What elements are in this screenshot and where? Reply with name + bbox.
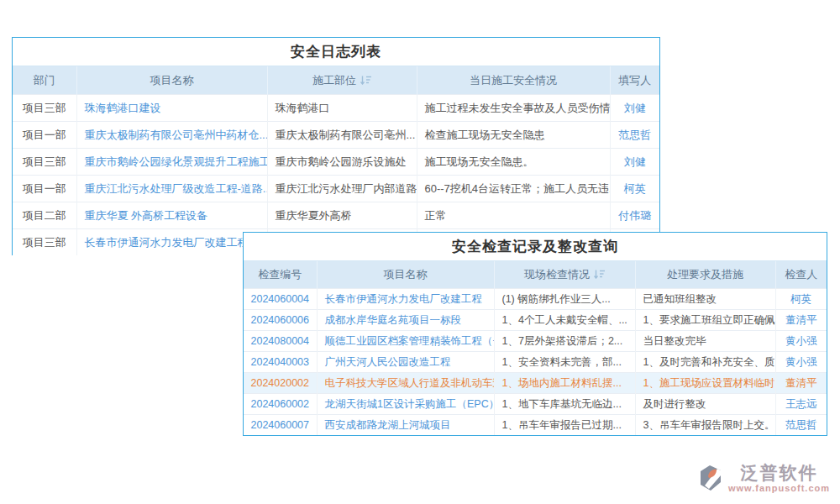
project-link: 成都水岸华庭名苑项目一标段 (317, 310, 494, 331)
project-link: 广州天河人民公园改造工程 (317, 352, 494, 373)
measures-cell: 及时进行整改 (635, 394, 775, 415)
check-no-link: 2024060007 (244, 415, 317, 436)
status-cell: 施工现场无安全隐患。 (417, 149, 610, 176)
sort-icon[interactable] (594, 269, 605, 281)
col-header-measures: 处理要求及措施 (635, 261, 775, 289)
project-link: 重庆华夏 外高桥工程设备 (76, 202, 267, 229)
check-no-link: 2024060002 (244, 394, 317, 415)
fanpu-logo-icon (697, 464, 724, 496)
project-link: 龙湖天街城1区设计采购施工（EPC）总承 (317, 394, 494, 415)
writer-link: 刘健 (610, 95, 659, 122)
table-row[interactable]: 项目三部 珠海鹤港口建设 珠海鹤港口 施工过程未发生安全事故及人员受伤情况 刘健 (13, 95, 659, 122)
table-row[interactable]: 2024060006 成都水岸华庭名苑项目一标段 1、4个工人未戴安全帽、...… (244, 310, 827, 331)
brand-name: 泛普软件 (740, 464, 817, 481)
col-header-dept: 部门 (13, 66, 76, 95)
col-header-location[interactable]: 施工部位 (267, 66, 417, 95)
safety-log-panel: 安全日志列表 部门 项目名称 施工部位 当日施工安全情况 填写人 项目三部 珠海… (12, 37, 660, 255)
inspector-link: 王志远 (775, 394, 827, 415)
inspector-link: 范思哲 (775, 415, 827, 436)
dept-cell: 项目一部 (13, 122, 76, 149)
sort-icon[interactable] (360, 75, 371, 87)
project-link: 重庆太极制药有限公司亳州中药材仓... (76, 122, 267, 149)
brand-footer: 泛普软件 www.fanpusoft.com (697, 464, 830, 496)
col-header-project: 项目名称 (317, 261, 494, 289)
inspector-link: 黄小强 (775, 331, 827, 352)
dept-cell: 项目三部 (13, 95, 76, 122)
table-row[interactable]: 项目三部 重庆市鹅岭公园绿化景观提升工程施工 重庆市鹅岭公园游乐设施处 施工现场… (13, 149, 659, 176)
table-row[interactable]: 2024040003 广州天河人民公园改造工程 1、安全资料未完善，部... 1… (244, 352, 827, 373)
brand-website: www.fanpusoft.com (728, 484, 830, 493)
col-header-check-no: 检查编号 (244, 261, 317, 289)
location-cell: 珠海鹤港口 (267, 95, 417, 122)
location-cell: 重庆市鹅岭公园游乐设施处 (267, 149, 417, 176)
writer-link: 柯英 (610, 176, 659, 202)
inspection-header-row: 检查编号 项目名称 现场检查情况 处理要求及措施 检查人 (244, 261, 827, 289)
table-row[interactable]: 2024080004 顺德工业园区档案管理精装饰工程（一标段 1、7层外架搭设滞… (244, 331, 827, 352)
writer-link: 刘健 (610, 149, 659, 176)
status-cell: 60--7挖机4台运转正常；施工人员无违... (417, 176, 610, 202)
table-row[interactable]: 项目一部 重庆江北污水处理厂级改造工程-道路... 重庆江北污水处理厂内部道路 … (13, 176, 659, 202)
writer-link: 范思哲 (610, 122, 659, 149)
project-link: 长春市伊通河水力发电厂改建工程 (317, 289, 494, 310)
inspector-link: 黄小强 (775, 352, 827, 373)
project-link: 电子科技大学区域人行道及非机动车道工程 (317, 373, 494, 394)
safety-log-title: 安全日志列表 (13, 38, 659, 66)
safety-log-header-row: 部门 项目名称 施工部位 当日施工安全情况 填写人 (13, 66, 659, 95)
check-no-link: 2024020002 (244, 373, 317, 394)
check-no-link: 2024040003 (244, 352, 317, 373)
measures-cell: 1、施工现场应设置材料临时... (635, 373, 775, 394)
situation-cell: 1、4个工人未戴安全帽、... (494, 310, 635, 331)
check-no-link: 2024060004 (244, 289, 317, 310)
project-link: 长春市伊通河水力发电厂改建工程 (76, 229, 267, 256)
situation-cell: 1、安全资料未完善，部... (494, 352, 635, 373)
writer-link: 付伟璐 (610, 202, 659, 229)
project-link: 重庆江北污水处理厂级改造工程-道路... (76, 176, 267, 202)
safety-log-table: 部门 项目名称 施工部位 当日施工安全情况 填写人 项目三部 珠海鹤港口建设 珠… (13, 66, 659, 255)
table-row[interactable]: 项目一部 重庆太极制药有限公司亳州中药材仓... 重庆太极制药有限公司亳州...… (13, 122, 659, 149)
table-row[interactable]: 2024060002 龙湖天街城1区设计采购施工（EPC）总承 1、地下车库基坑… (244, 394, 827, 415)
measures-cell: 1、要求施工班组立即正确佩... (635, 310, 775, 331)
situation-cell: 1、场地内施工材料乱摆... (494, 373, 635, 394)
project-link: 顺德工业园区档案管理精装饰工程（一标段 (317, 331, 494, 352)
project-link: 珠海鹤港口建设 (76, 95, 267, 122)
measures-cell: 1、及时完善和补充安全、质... (635, 352, 775, 373)
project-link: 西安成都路龙湖上河城项目 (317, 415, 494, 436)
situation-cell: 1、7层外架搭设滞后；2... (494, 331, 635, 352)
col-header-status: 当日施工安全情况 (417, 66, 610, 95)
measures-cell: 当日整改完毕 (635, 331, 775, 352)
measures-cell: 3、吊车年审报告限时上交。 (635, 415, 775, 436)
inspector-link: 柯英 (775, 289, 827, 310)
check-no-link: 2024080004 (244, 331, 317, 352)
dept-cell: 项目三部 (13, 149, 76, 176)
inspection-table: 检查编号 项目名称 现场检查情况 处理要求及措施 检查人 2024060004 … (244, 261, 827, 435)
location-cell: 重庆华夏外高桥 (267, 202, 417, 229)
dept-cell: 项目一部 (13, 176, 76, 202)
col-header-writer: 填写人 (610, 66, 659, 95)
measures-cell: 已通知班组整改 (635, 289, 775, 310)
inspection-title: 安全检查记录及整改查询 (244, 233, 827, 261)
table-row[interactable]: 2024060007 西安成都路龙湖上河城项目 1、吊车年审报告已过期... 3… (244, 415, 827, 436)
status-cell: 检查施工现场无安全隐患 (417, 122, 610, 149)
situation-cell: (1) 钢筋绑扎作业三人... (494, 289, 635, 310)
table-row[interactable]: 项目二部 重庆华夏 外高桥工程设备 重庆华夏外高桥 正常 付伟璐 (13, 202, 659, 229)
location-cell: 重庆江北污水处理厂内部道路 (267, 176, 417, 202)
status-cell: 正常 (417, 202, 610, 229)
dept-cell: 项目三部 (13, 229, 76, 256)
col-header-situation[interactable]: 现场检查情况 (494, 261, 635, 289)
dept-cell: 项目二部 (13, 202, 76, 229)
check-no-link: 2024060006 (244, 310, 317, 331)
project-link: 重庆市鹅岭公园绿化景观提升工程施工 (76, 149, 267, 176)
inspection-panel: 安全检查记录及整改查询 检查编号 项目名称 现场检查情况 处理要求及措施 检查人… (243, 232, 827, 436)
situation-cell: 1、地下车库基坑无临边... (494, 394, 635, 415)
situation-cell: 1、吊车年审报告已过期... (494, 415, 635, 436)
inspector-link: 董清平 (775, 310, 827, 331)
col-header-inspector: 检查人 (775, 261, 827, 289)
table-row[interactable]: 2024060004 长春市伊通河水力发电厂改建工程 (1) 钢筋绑扎作业三人.… (244, 289, 827, 310)
location-cell: 重庆太极制药有限公司亳州... (267, 122, 417, 149)
inspector-link: 董清平 (775, 373, 827, 394)
col-header-project: 项目名称 (76, 66, 267, 95)
status-cell: 施工过程未发生安全事故及人员受伤情况 (417, 95, 610, 122)
table-row-selected[interactable]: 2024020002 电子科技大学区域人行道及非机动车道工程 1、场地内施工材料… (244, 373, 827, 394)
